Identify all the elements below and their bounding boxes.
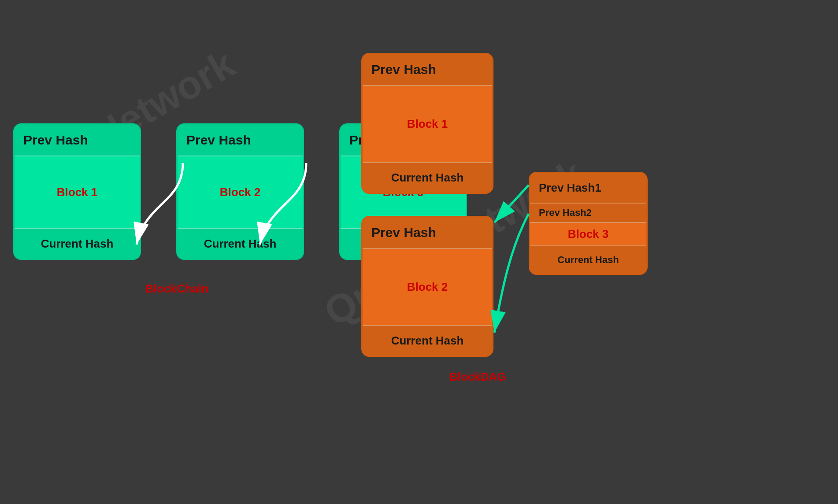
dag-block-1-label: Block 1	[407, 117, 448, 131]
dag-block-1-prev-hash: Prev Hash	[363, 54, 492, 86]
dag-block-3-prev-hash1: Prev Hash1	[530, 173, 646, 204]
dag-block-1-current-hash: Current Hash	[363, 162, 492, 193]
dag-block-2: Prev Hash Block 2 Current Hash	[361, 216, 493, 357]
bc-block-2-current-hash: Current Hash	[178, 228, 303, 259]
bc-block-1-current-hash: Current Hash	[15, 228, 140, 259]
dag-left-col: Prev Hash Block 1 Current Hash Prev Hash…	[361, 53, 493, 357]
canvas: Q-Network Qmeta Network Prev Hash Block …	[0, 0, 838, 504]
bc-block-1-prev-hash: Prev Hash	[15, 125, 140, 156]
dag-block-3-body: Block 3	[530, 223, 646, 245]
dag-block-3-label: Block 3	[568, 227, 609, 241]
bc-block-2: Prev Hash Block 2 Current Hash	[176, 123, 304, 260]
bc-block-1-body: Block 1	[15, 156, 140, 228]
dag-block-2-body: Block 2	[363, 249, 492, 325]
dag-right-col: Prev Hash1 Prev Hash2 Block 3 Current Ha…	[529, 172, 648, 275]
dag-block-1: Prev Hash Block 1 Current Hash	[361, 53, 493, 194]
dag-block-2-label: Block 2	[407, 280, 448, 294]
bc-block-1-label: Block 1	[57, 185, 98, 199]
blockchain-label: BlockChain	[145, 282, 208, 296]
dag-block-3-prev-hash2: Prev Hash2	[530, 204, 646, 223]
dag-block-3-current-hash: Current Hash	[530, 245, 646, 274]
bc-arrow-2	[304, 123, 339, 260]
dag-block-3: Prev Hash1 Prev Hash2 Block 3 Current Ha…	[529, 172, 648, 275]
dag-arrow-2	[494, 214, 529, 333]
dag-arrow-1	[494, 185, 529, 222]
bc-block-2-label: Block 2	[220, 185, 261, 199]
blockdag-label: BlockDAG	[449, 370, 506, 384]
bc-block-2-prev-hash: Prev Hash	[178, 125, 303, 156]
bc-arrow-1	[141, 123, 176, 260]
bc-block-1: Prev Hash Block 1 Current Hash	[13, 123, 141, 260]
dag-block-2-prev-hash: Prev Hash	[363, 217, 492, 249]
dag-block-1-body: Block 1	[363, 86, 492, 162]
dag-block-2-current-hash: Current Hash	[363, 325, 492, 356]
bc-block-2-body: Block 2	[178, 156, 303, 228]
